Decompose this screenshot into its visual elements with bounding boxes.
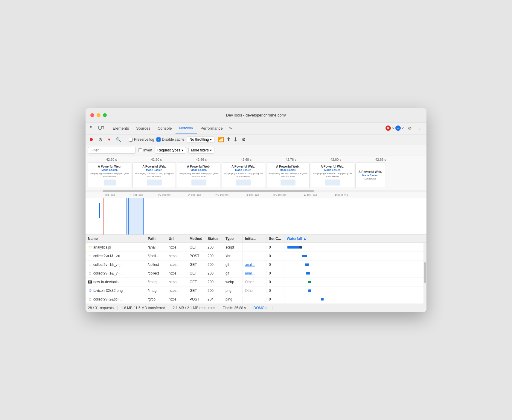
header-method[interactable]: Method — [187, 235, 205, 243]
header-waterfall[interactable]: Waterfall ▲ — [284, 235, 426, 243]
preserve-log-label[interactable]: Preserve log — [129, 137, 154, 142]
invert-label[interactable]: Invert — [138, 148, 152, 152]
tab-performance[interactable]: Performance — [197, 122, 226, 134]
cell-name-6: □ collect?v=2&tid=... — [86, 296, 145, 303]
frame-0[interactable]: A Powerful Web. Made Easier. Simplifying… — [88, 163, 131, 188]
ts-3: 42.68 s — [224, 158, 269, 161]
waterfall-bar-0 — [287, 246, 299, 249]
request-types-dropdown[interactable]: Request types ▾ — [155, 147, 186, 154]
cell-name-4: ■ new-in-devtools-... — [86, 278, 145, 286]
preserve-log-checkbox[interactable] — [129, 138, 133, 142]
status-domcon[interactable]: DOMCon — [250, 306, 272, 310]
search-icon[interactable]: 🔍 — [115, 136, 121, 143]
tab-network[interactable]: Network — [176, 122, 197, 134]
header-name[interactable]: Name — [86, 235, 145, 243]
table-row[interactable]: □ collect?v=1&_v=j... /collect https:...… — [86, 269, 426, 278]
frame-2[interactable]: A Powerful Web. Made Easier. Simplifying… — [177, 163, 220, 188]
frame-subtitle-2: Made Easier. — [191, 168, 207, 171]
timeline-chart[interactable] — [86, 198, 426, 234]
disable-cache-checkbox[interactable]: ✓ — [156, 137, 161, 142]
minimize-button[interactable] — [97, 113, 100, 117]
ts-2: 42.66 s — [179, 158, 224, 161]
svg-rect-0 — [90, 126, 91, 127]
cell-setc-2: 0 — [266, 261, 284, 268]
settings-icon[interactable]: ⚙ — [406, 124, 414, 132]
table-row[interactable]: □ collect?v=1&_v=j... /j/coll... https:.… — [86, 252, 426, 260]
more-filters-arrow: ▾ — [210, 148, 212, 152]
cell-initiator-2[interactable]: anal... — [243, 261, 266, 268]
network-settings-icon[interactable]: ⚙ — [240, 136, 247, 143]
waterfall-bar-dark-0 — [299, 246, 302, 249]
cell-waterfall-0 — [284, 243, 426, 252]
more-options-icon[interactable]: ⋮ — [416, 124, 424, 132]
table-row[interactable]: ■ new-in-devtools-... /imag... https:...… — [86, 278, 426, 286]
header-path[interactable]: Path — [145, 235, 166, 243]
table-row[interactable]: ⊙ favicon-32x32.png /imag... https:... G… — [86, 286, 426, 295]
device-icon[interactable] — [97, 124, 105, 132]
cursor-icon[interactable] — [88, 124, 96, 132]
frame-5[interactable]: A Powerful Web. Made Easier. Simplifying… — [311, 163, 354, 188]
waterfall-bar-1 — [302, 255, 307, 257]
cell-method-1: POST — [187, 252, 205, 260]
message-count[interactable]: ☰ 2 — [395, 125, 404, 131]
more-filters-dropdown[interactable]: More filters ▾ — [188, 147, 214, 154]
frame-6[interactable]: A Powerful Web. Made Easier. Simplifying — [355, 163, 385, 188]
cell-status-4: 200 — [205, 278, 223, 286]
ruler-25000: 25000 ms — [215, 194, 228, 197]
frame-title-5: A Powerful Web. — [321, 165, 344, 168]
frame-4[interactable]: A Powerful Web. Made Easier. Simplifying… — [266, 163, 310, 188]
cell-setc-4: 0 — [266, 278, 284, 286]
frame-title-4: A Powerful Web. — [276, 165, 299, 168]
error-count[interactable]: ✕ 6 — [385, 125, 394, 131]
cell-status-2: 200 — [205, 261, 223, 268]
header-status[interactable]: Status — [205, 235, 223, 243]
ruler-35000: 35000 ms — [273, 194, 287, 197]
header-initiator[interactable]: Initia... — [243, 235, 266, 243]
horizontal-scrollbar[interactable] — [103, 190, 314, 192]
throttling-dropdown[interactable]: No throttling ▾ — [187, 136, 215, 143]
throttling-label: No throttling — [190, 137, 209, 142]
preserve-log-text: Preserve log — [134, 137, 154, 142]
table-row[interactable]: □ collect?v=2&tid=... /g/co... https:...… — [86, 295, 426, 304]
header-url[interactable]: Url — [166, 235, 187, 243]
clear-icon[interactable]: ⊘ — [97, 136, 103, 143]
cell-setc-3: 0 — [266, 270, 284, 277]
close-button[interactable] — [90, 113, 94, 117]
ruler-20000: 20000 ms — [188, 194, 201, 197]
header-setc[interactable]: Set C... — [266, 235, 284, 243]
tab-sources[interactable]: Sources — [132, 122, 154, 134]
filter-bar: Invert Request types ▾ More filters ▾ — [86, 145, 426, 156]
error-badge-icon: ✕ — [385, 125, 391, 131]
window-title: DevTools - developer.chrome.com/ — [226, 113, 286, 117]
invert-checkbox[interactable] — [138, 148, 142, 152]
maximize-button[interactable] — [103, 113, 107, 117]
more-tabs-icon[interactable]: » — [226, 124, 235, 132]
cell-initiator-1 — [243, 255, 266, 257]
filter-input[interactable] — [88, 147, 136, 154]
titlebar: DevTools - developer.chrome.com/ — [86, 108, 426, 122]
record-icon[interactable]: ⏺ — [88, 136, 95, 143]
vline-red-2 — [103, 198, 103, 234]
disable-cache-label[interactable]: ✓ Disable cache — [156, 137, 184, 142]
filmstrip-timestamps: 42.30 s 42.60 s 42.66 s 42.68 s 42.78 s … — [88, 158, 424, 161]
tab-elements[interactable]: Elements — [109, 122, 132, 134]
file-icon-0: ⊡ — [88, 245, 92, 249]
cell-path-6: /g/co... — [145, 296, 166, 303]
vertical-scrollbar-thumb[interactable] — [424, 262, 426, 283]
file-icon-4: ■ — [88, 280, 92, 283]
frame-3[interactable]: A Powerful Web. Made Easier. Simplifying… — [222, 163, 265, 188]
ruler-10000: 10000 ms — [130, 194, 143, 197]
svg-rect-5 — [102, 127, 104, 129]
tab-console[interactable]: Console — [154, 122, 176, 134]
header-type[interactable]: Type — [223, 235, 243, 243]
frame-1[interactable]: A Powerful Web. Made Easier. Simplifying… — [132, 163, 176, 188]
cell-initiator-3[interactable]: anal... — [243, 270, 266, 277]
table-row[interactable]: ⊡ analytics.js /anal... https:... GET 20… — [86, 243, 426, 252]
cell-waterfall-2 — [284, 260, 426, 269]
cell-waterfall-1 — [284, 252, 426, 260]
cell-name-2: □ collect?v=1&_v=j... — [86, 261, 145, 268]
filmstrip: 42.30 s 42.60 s 42.66 s 42.68 s 42.78 s … — [86, 156, 426, 190]
filter-icon[interactable]: ▼ — [106, 136, 112, 143]
svg-rect-1 — [91, 126, 92, 127]
table-row[interactable]: □ collect?v=1&_v=j... /collect https:...… — [86, 260, 426, 269]
